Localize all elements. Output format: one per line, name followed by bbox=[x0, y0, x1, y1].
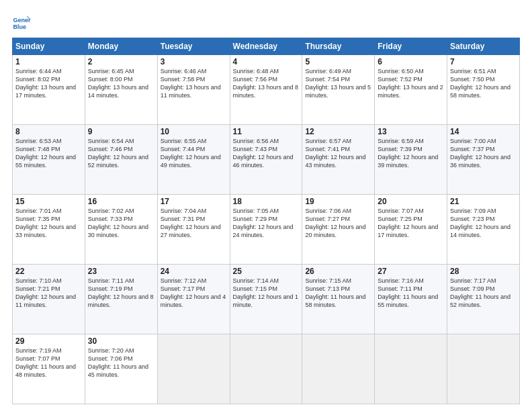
calendar-cell: 5Sunrise: 6:49 AM Sunset: 7:54 PM Daylig… bbox=[302, 55, 375, 125]
day-number: 17 bbox=[161, 197, 227, 206]
calendar-cell: 22Sunrise: 7:10 AM Sunset: 7:21 PM Dayli… bbox=[13, 265, 85, 334]
day-number: 18 bbox=[233, 197, 300, 206]
calendar-cell: 15Sunrise: 7:01 AM Sunset: 7:35 PM Dayli… bbox=[13, 195, 85, 265]
day-info: Sunrise: 7:00 AM Sunset: 7:37 PM Dayligh… bbox=[450, 137, 517, 170]
day-number: 23 bbox=[88, 267, 154, 276]
logo-icon: General Blue bbox=[12, 12, 31, 31]
calendar-week-3: 15Sunrise: 7:01 AM Sunset: 7:35 PM Dayli… bbox=[13, 195, 520, 265]
calendar-cell: 10Sunrise: 6:55 AM Sunset: 7:44 PM Dayli… bbox=[157, 125, 230, 195]
day-info: Sunrise: 7:19 AM Sunset: 7:07 PM Dayligh… bbox=[15, 347, 82, 379]
calendar-cell: 27Sunrise: 7:16 AM Sunset: 7:11 PM Dayli… bbox=[375, 265, 447, 334]
day-info: Sunrise: 6:56 AM Sunset: 7:43 PM Dayligh… bbox=[233, 137, 300, 170]
day-info: Sunrise: 7:10 AM Sunset: 7:21 PM Dayligh… bbox=[15, 277, 82, 310]
day-number: 2 bbox=[88, 57, 154, 66]
day-info: Sunrise: 7:11 AM Sunset: 7:19 PM Dayligh… bbox=[88, 277, 154, 310]
calendar-cell: 30Sunrise: 7:20 AM Sunset: 7:06 PM Dayli… bbox=[85, 334, 157, 404]
day-number: 5 bbox=[305, 57, 371, 66]
day-number: 15 bbox=[15, 197, 82, 206]
day-info: Sunrise: 6:54 AM Sunset: 7:46 PM Dayligh… bbox=[88, 137, 154, 170]
day-info: Sunrise: 6:57 AM Sunset: 7:41 PM Dayligh… bbox=[305, 137, 371, 170]
weekday-header-wednesday: Wednesday bbox=[230, 38, 302, 55]
calendar-cell: 9Sunrise: 6:54 AM Sunset: 7:46 PM Daylig… bbox=[85, 125, 157, 195]
day-info: Sunrise: 7:09 AM Sunset: 7:23 PM Dayligh… bbox=[450, 207, 517, 240]
day-number: 16 bbox=[88, 197, 154, 206]
calendar-cell: 14Sunrise: 7:00 AM Sunset: 7:37 PM Dayli… bbox=[447, 125, 520, 195]
day-number: 3 bbox=[161, 57, 227, 66]
weekday-header-monday: Monday bbox=[85, 38, 157, 55]
calendar-body: 1Sunrise: 6:44 AM Sunset: 8:02 PM Daylig… bbox=[13, 55, 520, 404]
day-number: 13 bbox=[378, 127, 444, 136]
day-number: 26 bbox=[305, 267, 371, 276]
calendar-cell: 23Sunrise: 7:11 AM Sunset: 7:19 PM Dayli… bbox=[85, 265, 157, 334]
day-info: Sunrise: 6:51 AM Sunset: 7:50 PM Dayligh… bbox=[450, 67, 517, 100]
day-info: Sunrise: 7:05 AM Sunset: 7:29 PM Dayligh… bbox=[233, 207, 300, 240]
svg-text:Blue: Blue bbox=[13, 24, 26, 30]
calendar-cell: 29Sunrise: 7:19 AM Sunset: 7:07 PM Dayli… bbox=[13, 334, 85, 404]
calendar-cell bbox=[375, 334, 447, 404]
day-info: Sunrise: 6:45 AM Sunset: 8:00 PM Dayligh… bbox=[88, 67, 154, 100]
day-info: Sunrise: 7:16 AM Sunset: 7:11 PM Dayligh… bbox=[378, 277, 444, 310]
day-info: Sunrise: 6:50 AM Sunset: 7:52 PM Dayligh… bbox=[378, 67, 444, 100]
day-number: 12 bbox=[305, 127, 371, 136]
calendar-cell: 2Sunrise: 6:45 AM Sunset: 8:00 PM Daylig… bbox=[85, 55, 157, 125]
calendar-cell: 28Sunrise: 7:17 AM Sunset: 7:09 PM Dayli… bbox=[447, 265, 520, 334]
day-info: Sunrise: 6:48 AM Sunset: 7:56 PM Dayligh… bbox=[233, 67, 300, 100]
calendar-cell: 19Sunrise: 7:06 AM Sunset: 7:27 PM Dayli… bbox=[302, 195, 375, 265]
weekday-header-tuesday: Tuesday bbox=[157, 38, 230, 55]
calendar-cell: 26Sunrise: 7:15 AM Sunset: 7:13 PM Dayli… bbox=[302, 265, 375, 334]
day-info: Sunrise: 7:12 AM Sunset: 7:17 PM Dayligh… bbox=[161, 277, 227, 310]
calendar-cell: 3Sunrise: 6:46 AM Sunset: 7:58 PM Daylig… bbox=[157, 55, 230, 125]
day-number: 11 bbox=[233, 127, 300, 136]
day-info: Sunrise: 7:02 AM Sunset: 7:33 PM Dayligh… bbox=[88, 207, 154, 240]
calendar-cell: 7Sunrise: 6:51 AM Sunset: 7:50 PM Daylig… bbox=[447, 55, 520, 125]
header: General Blue bbox=[12, 12, 520, 31]
day-number: 6 bbox=[378, 57, 444, 66]
day-info: Sunrise: 6:59 AM Sunset: 7:39 PM Dayligh… bbox=[378, 137, 444, 170]
day-info: Sunrise: 7:20 AM Sunset: 7:06 PM Dayligh… bbox=[88, 347, 154, 379]
calendar-cell: 12Sunrise: 6:57 AM Sunset: 7:41 PM Dayli… bbox=[302, 125, 375, 195]
calendar-cell: 25Sunrise: 7:14 AM Sunset: 7:15 PM Dayli… bbox=[230, 265, 302, 334]
calendar-cell: 8Sunrise: 6:53 AM Sunset: 7:48 PM Daylig… bbox=[13, 125, 85, 195]
day-number: 20 bbox=[378, 197, 444, 206]
day-info: Sunrise: 6:46 AM Sunset: 7:58 PM Dayligh… bbox=[161, 67, 227, 100]
day-info: Sunrise: 7:07 AM Sunset: 7:25 PM Dayligh… bbox=[378, 207, 444, 240]
calendar-table: SundayMondayTuesdayWednesdayThursdayFrid… bbox=[12, 38, 520, 404]
day-number: 10 bbox=[161, 127, 227, 136]
day-number: 25 bbox=[233, 267, 300, 276]
calendar-cell: 18Sunrise: 7:05 AM Sunset: 7:29 PM Dayli… bbox=[230, 195, 302, 265]
day-number: 21 bbox=[450, 197, 517, 206]
day-info: Sunrise: 7:01 AM Sunset: 7:35 PM Dayligh… bbox=[15, 207, 82, 240]
calendar-cell: 21Sunrise: 7:09 AM Sunset: 7:23 PM Dayli… bbox=[447, 195, 520, 265]
calendar-cell: 6Sunrise: 6:50 AM Sunset: 7:52 PM Daylig… bbox=[375, 55, 447, 125]
logo: General Blue bbox=[12, 12, 34, 31]
day-info: Sunrise: 7:17 AM Sunset: 7:09 PM Dayligh… bbox=[450, 277, 517, 310]
calendar-cell: 16Sunrise: 7:02 AM Sunset: 7:33 PM Dayli… bbox=[85, 195, 157, 265]
calendar-cell bbox=[447, 334, 520, 404]
calendar-cell bbox=[157, 334, 230, 404]
calendar-cell: 24Sunrise: 7:12 AM Sunset: 7:17 PM Dayli… bbox=[157, 265, 230, 334]
page: General Blue SundayMondayTuesdayWednesda… bbox=[0, 0, 532, 411]
day-number: 24 bbox=[161, 267, 227, 276]
day-number: 4 bbox=[233, 57, 300, 66]
day-info: Sunrise: 6:53 AM Sunset: 7:48 PM Dayligh… bbox=[15, 137, 82, 170]
day-info: Sunrise: 7:14 AM Sunset: 7:15 PM Dayligh… bbox=[233, 277, 300, 310]
calendar-week-5: 29Sunrise: 7:19 AM Sunset: 7:07 PM Dayli… bbox=[13, 334, 520, 404]
calendar-cell: 20Sunrise: 7:07 AM Sunset: 7:25 PM Dayli… bbox=[375, 195, 447, 265]
day-number: 22 bbox=[15, 267, 82, 276]
calendar-cell: 17Sunrise: 7:04 AM Sunset: 7:31 PM Dayli… bbox=[157, 195, 230, 265]
day-info: Sunrise: 7:15 AM Sunset: 7:13 PM Dayligh… bbox=[305, 277, 371, 310]
day-number: 27 bbox=[378, 267, 444, 276]
day-number: 8 bbox=[15, 127, 82, 136]
calendar-week-4: 22Sunrise: 7:10 AM Sunset: 7:21 PM Dayli… bbox=[13, 265, 520, 334]
weekday-header-row: SundayMondayTuesdayWednesdayThursdayFrid… bbox=[13, 38, 520, 55]
calendar-cell: 4Sunrise: 6:48 AM Sunset: 7:56 PM Daylig… bbox=[230, 55, 302, 125]
day-number: 28 bbox=[450, 267, 517, 276]
calendar-cell bbox=[230, 334, 302, 404]
weekday-header-sunday: Sunday bbox=[13, 38, 85, 55]
day-number: 7 bbox=[450, 57, 517, 66]
day-number: 19 bbox=[305, 197, 371, 206]
calendar-cell: 13Sunrise: 6:59 AM Sunset: 7:39 PM Dayli… bbox=[375, 125, 447, 195]
day-number: 30 bbox=[88, 336, 154, 346]
day-number: 14 bbox=[450, 127, 517, 136]
day-number: 1 bbox=[15, 57, 82, 66]
